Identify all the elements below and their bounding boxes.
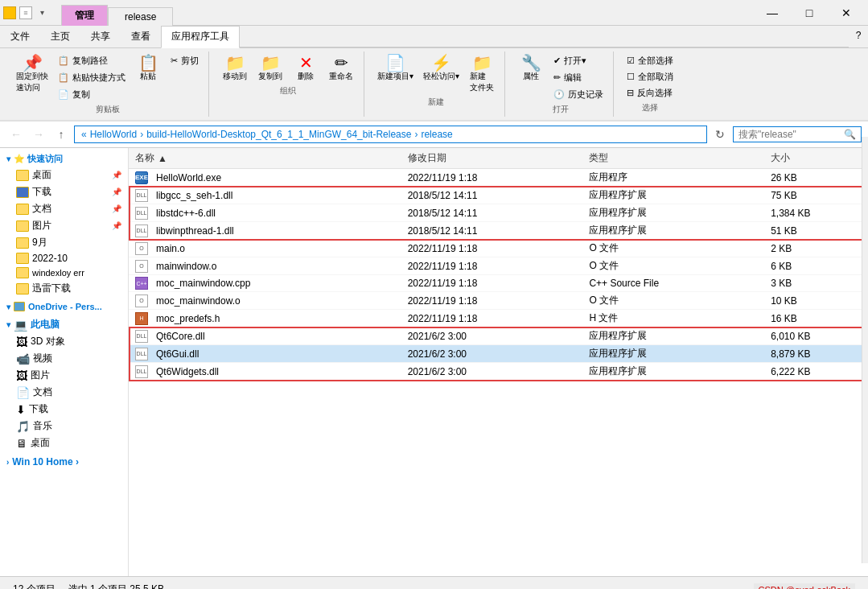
deselect-all-button[interactable]: ☐ 全部取消 [623,69,677,84]
col-date-header[interactable]: 修改日期 [408,151,590,165]
sidebar-item-video[interactable]: 📹 视频 [0,350,128,367]
sidebar-item-desktop[interactable]: 桌面 📌 [0,167,128,183]
cut-label: 剪切 [181,55,199,67]
table-row[interactable]: DLL Qt6Widgets.dll 2021/6/2 3:00 应用程序扩展 … [129,363,868,381]
copy-to-button[interactable]: 📁 复制到 [254,53,286,84]
win-section: › Win 10 Home › [0,455,128,469]
table-row[interactable]: DLL libgcc_s_seh-1.dll 2018/5/12 14:11 应… [129,187,868,204]
edit-button[interactable]: ✏ 编辑 [550,70,607,85]
paste-shortcut-button[interactable]: 📋 粘贴快捷方式 [55,70,129,85]
ribbon-tab-apptool[interactable]: 应用程序工具 [161,26,240,48]
path-segment-1[interactable]: « [81,129,87,140]
table-row[interactable]: O moc_mainwindow.o 2022/11/19 1:18 O 文件 … [129,292,868,310]
back-button[interactable]: ← [6,125,26,144]
history-button[interactable]: 🕐 历史记录 [550,87,607,102]
edit-icon: ✏ [553,72,561,83]
file-type-cell: 应用程序扩展 [589,347,771,360]
file-type-label: O 文件 [589,294,619,307]
table-row[interactable]: EXE HelloWorld.exe 2022/11/19 1:18 应用程序 … [129,169,868,187]
restore-button[interactable]: □ [791,0,828,26]
sidebar-item-download[interactable]: 下载 📌 [0,183,128,200]
sidebar-item-pictures2[interactable]: 🖼 图片 [0,367,128,384]
tab-release[interactable]: release [108,7,173,26]
sidebar-item-documents2[interactable]: 📄 文档 [0,384,128,401]
new-folder-button[interactable]: 📁 新建文件夹 [466,53,498,95]
dropdown-arrow-icon[interactable]: ▾ [35,6,48,19]
quick-access-header[interactable]: ▾ ⭐ 快速访问 [0,151,128,167]
file-size-cell: 3 KB [771,278,862,289]
table-row[interactable]: O main.o 2022/11/19 1:18 O 文件 2 KB [129,240,868,257]
table-row[interactable]: DLL libstdc++-6.dll 2018/5/12 14:11 应用程序… [129,204,868,222]
ribbon-tab-view[interactable]: 查看 [121,26,161,47]
sidebar-item-2022-10[interactable]: 2022-10 [0,251,128,266]
refresh-button[interactable]: ↻ [710,125,730,144]
onedrive-icon [14,302,25,311]
path-segment-build[interactable]: build-HelloWorld-Desktop_Qt_6_1_1_MinGW_… [146,129,411,140]
close-button[interactable]: ✕ [828,0,865,26]
ribbon-group-clipboard: 📌 固定到快速访问 📋 复制路径 📋 粘贴快捷方式 📄 复制 [6,51,209,117]
easy-access-button[interactable]: ⚡ 轻松访问▾ [420,53,463,95]
file-icon: C++ [135,277,148,290]
table-row[interactable]: DLL Qt6Core.dll 2021/6/2 3:00 应用程序扩展 6,0… [129,327,868,345]
rename-button[interactable]: ✏ 重命名 [325,53,357,84]
file-type-cell: 应用程序 [589,171,771,184]
ribbon-tab-home[interactable]: 主页 [40,26,80,47]
tab-guanli[interactable]: 管理 [61,5,108,26]
sep-label: 9月 [32,236,47,249]
copy-path-button[interactable]: 📋 复制路径 [55,53,129,68]
minimize-button[interactable]: — [754,0,791,26]
o-icon: O [135,242,148,255]
table-row[interactable]: DLL libwinpthread-1.dll 2018/5/12 14:11 … [129,222,868,240]
sidebar-item-desktop2[interactable]: 🖥 桌面 [0,435,128,451]
path-segment-release[interactable]: release [421,129,452,140]
table-row[interactable]: C++ moc_mainwindow.cpp 2022/11/19 1:18 C… [129,275,868,292]
search-box[interactable]: 🔍 [733,126,862,142]
file-name-cell: DLL libgcc_s_seh-1.dll [135,189,408,202]
file-icon: DLL [135,189,148,202]
table-row[interactable]: DLL Qt6Gui.dll 2021/6/2 3:00 应用程序扩展 8,87… [129,345,868,363]
download-label: 下载 [32,185,51,199]
new-item-label: 新建项目▾ [377,71,413,82]
table-row[interactable]: O mainwindow.o 2022/11/19 1:18 O 文件 6 KB [129,257,868,275]
col-size-header[interactable]: 大小 [771,151,862,165]
pc-header[interactable]: ▾ 💻 此电脑 [0,316,128,333]
onedrive-label: OneDrive - Pers... [28,302,102,311]
ribbon-tab-file[interactable]: 文件 [0,26,40,47]
ribbon-tab-share[interactable]: 共享 [80,26,121,47]
invert-select-button[interactable]: ⊟ 反向选择 [623,85,677,101]
properties-button[interactable]: 🔧 属性 [515,53,547,102]
file-date-label: 2022/11/19 1:18 [408,313,478,324]
path-segment-helloworld[interactable]: HelloWorld [90,129,137,140]
win-header[interactable]: › Win 10 Home › [0,455,128,469]
sidebar-item-music[interactable]: 🎵 音乐 [0,418,128,435]
move-to-button[interactable]: 📁 移动到 [219,53,251,84]
sidebar-item-download2[interactable]: ⬇ 下载 [0,401,128,418]
up-button[interactable]: ↑ [51,125,71,144]
sidebar-item-windexloy[interactable]: windexloy err [0,266,128,280]
ribbon-group-organize: 📁 移动到 📁 复制到 ✕ 删除 ✏ 重命名 组织 [212,51,364,117]
new-item-button[interactable]: 📄 新建项目▾ [374,53,417,95]
copy-button[interactable]: 📄 复制 [55,87,129,102]
sidebar: ▾ ⭐ 快速访问 桌面 📌 下载 📌 文档 📌 图片 📌 [0,148,129,576]
pin-to-quick-access-button[interactable]: 📌 固定到快速访问 [13,53,51,102]
table-row[interactable]: H moc_predefs.h 2022/11/19 1:18 H 文件 16 … [129,310,868,327]
onedrive-header[interactable]: ▾ OneDrive - Pers... [0,300,128,313]
col-name-header[interactable]: 名称 ▲ [135,151,408,165]
pictures-folder-icon [16,220,29,232]
sidebar-item-3d[interactable]: 🖼 3D 对象 [0,333,128,350]
file-date-cell: 2018/5/12 14:11 [408,190,590,201]
forward-button[interactable]: → [29,125,48,144]
col-type-header[interactable]: 类型 [589,151,771,165]
paste-button[interactable]: 📋 粘贴 [132,53,164,102]
cut-button[interactable]: ✂ 剪切 [167,53,202,68]
sidebar-item-documents[interactable]: 文档 📌 [0,200,128,217]
address-path[interactable]: « HelloWorld › build-HelloWorld-Desktop_… [74,126,707,143]
delete-button[interactable]: ✕ 删除 [290,53,322,84]
search-input[interactable] [738,129,844,140]
ribbon-help-button[interactable]: ? [849,26,868,45]
select-all-button[interactable]: ☑ 全部选择 [623,53,677,68]
open-button[interactable]: ✔ 打开▾ [550,53,607,68]
sidebar-item-sep[interactable]: 9月 [0,234,128,251]
sidebar-item-pictures[interactable]: 图片 📌 [0,217,128,234]
sidebar-item-xunlei[interactable]: 迅雷下载 [0,280,128,297]
